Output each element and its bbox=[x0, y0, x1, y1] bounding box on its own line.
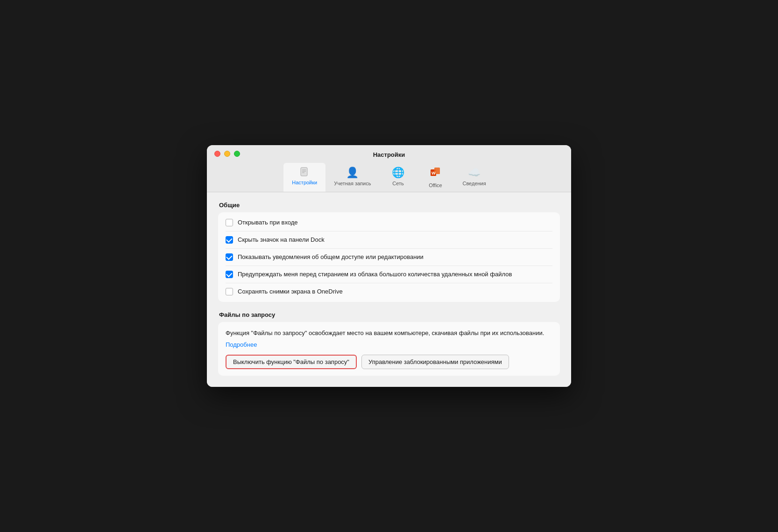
save-screenshots-checkbox[interactable] bbox=[226, 288, 233, 295]
globe-icon: 🌐 bbox=[392, 167, 404, 179]
checkbox-item-warn-delete: Предупреждать меня перед стиранием из об… bbox=[226, 266, 552, 283]
title-bar: Настройки Настройки 👤 Учетная запись bbox=[207, 145, 571, 192]
tab-account-label: Учетная запись bbox=[334, 181, 371, 186]
general-section-box: Открывать при входе Скрыть значок на пан… bbox=[218, 212, 560, 302]
hide-dock-checkbox[interactable] bbox=[226, 236, 233, 244]
window-title: Настройки bbox=[214, 151, 564, 158]
hide-dock-label: Скрыть значок на панели Dock bbox=[238, 236, 325, 243]
checkbox-item-hide-dock: Скрыть значок на панели Dock bbox=[226, 231, 552, 249]
checkbox-item-open-on-login: Открывать при входе bbox=[226, 214, 552, 231]
checkbox-item-save-screenshots: Сохранять снимки экрана в OneDrive bbox=[226, 283, 552, 300]
tab-bar: Настройки 👤 Учетная запись 🌐 Сеть W bbox=[214, 163, 564, 192]
minimize-button[interactable] bbox=[224, 151, 230, 157]
tab-network[interactable]: 🌐 Сеть bbox=[379, 163, 417, 192]
tab-office-label: Office bbox=[429, 182, 442, 188]
tab-info-label: Сведения bbox=[462, 181, 486, 186]
show-notifications-checkbox[interactable] bbox=[226, 253, 233, 261]
tab-info[interactable]: ☁️ Сведения bbox=[454, 163, 494, 192]
svg-rect-0 bbox=[301, 168, 307, 176]
fod-description: Функция "Файлы по запросу" освобождает м… bbox=[226, 329, 552, 338]
fod-buttons: Выключить функцию "Файлы по запросу" Упр… bbox=[226, 355, 552, 369]
settings-window: Настройки Настройки 👤 Учетная запись bbox=[207, 145, 571, 387]
settings-content: Общие Открывать при входе Скрыть значок … bbox=[207, 192, 571, 387]
fod-section-label: Файлы по запросу bbox=[219, 311, 560, 318]
svg-text:W: W bbox=[431, 171, 436, 175]
office-icon: W bbox=[430, 167, 441, 181]
tab-office[interactable]: W Office bbox=[417, 163, 454, 192]
warn-delete-checkbox[interactable] bbox=[226, 271, 233, 278]
fod-learn-more-link[interactable]: Подробнее bbox=[226, 341, 257, 348]
checkbox-item-show-notifications: Показывать уведомления об общем доступе … bbox=[226, 249, 552, 266]
tab-account[interactable]: 👤 Учетная запись bbox=[325, 163, 379, 192]
tab-settings[interactable]: Настройки bbox=[283, 163, 325, 192]
person-icon: 👤 bbox=[346, 167, 359, 179]
fod-disable-button[interactable]: Выключить функцию "Файлы по запросу" bbox=[226, 355, 357, 369]
general-section-label: Общие bbox=[219, 202, 560, 209]
open-on-login-checkbox[interactable] bbox=[226, 219, 233, 226]
tab-settings-label: Настройки bbox=[292, 180, 317, 185]
open-on-login-label: Открывать при входе bbox=[238, 219, 298, 226]
maximize-button[interactable] bbox=[234, 151, 240, 157]
save-screenshots-label: Сохранять снимки экрана в OneDrive bbox=[238, 288, 343, 295]
fod-section-box: Функция "Файлы по запросу" освобождает м… bbox=[218, 322, 560, 376]
tab-network-label: Сеть bbox=[392, 181, 403, 186]
fod-manage-button[interactable]: Управление заблокированными приложениями bbox=[361, 355, 509, 369]
settings-doc-icon bbox=[299, 167, 310, 178]
close-button[interactable] bbox=[214, 151, 220, 157]
warn-delete-label: Предупреждать меня перед стиранием из об… bbox=[238, 271, 512, 278]
cloud-icon: ☁️ bbox=[468, 167, 481, 179]
show-notifications-label: Показывать уведомления об общем доступе … bbox=[238, 253, 424, 260]
